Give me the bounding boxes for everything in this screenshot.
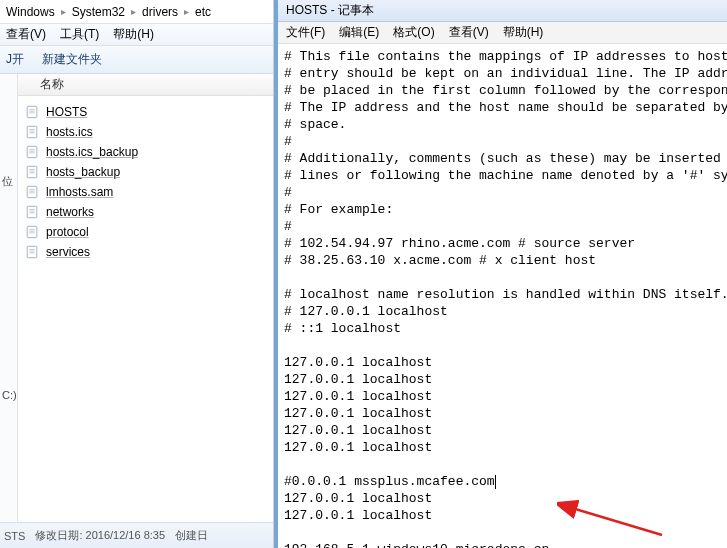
menu-view[interactable]: 查看(V) xyxy=(449,24,489,41)
text-cursor xyxy=(495,475,496,489)
file-icon xyxy=(24,144,40,160)
svg-rect-12 xyxy=(27,166,37,177)
file-row[interactable]: HOSTS xyxy=(24,102,273,122)
nav-pane-strip: 位 C:) xyxy=(0,74,18,522)
file-row[interactable]: lmhosts.sam xyxy=(24,182,273,202)
file-icon xyxy=(24,244,40,260)
file-name: lmhosts.sam xyxy=(46,185,113,199)
chevron-right-icon: ▸ xyxy=(57,6,70,17)
file-name: hosts.ics_backup xyxy=(46,145,138,159)
status-modified: 修改日期: 2016/12/16 8:35 xyxy=(35,528,165,543)
svg-rect-24 xyxy=(27,226,37,237)
file-row[interactable]: protocol xyxy=(24,222,273,242)
explorer-pane: Windows▸ System32▸ drivers▸ etc 查看(V) 工具… xyxy=(0,0,274,548)
file-name: protocol xyxy=(46,225,89,239)
status-selected: STS xyxy=(4,530,25,542)
breadcrumb[interactable]: Windows▸ System32▸ drivers▸ etc xyxy=(0,0,273,24)
file-row[interactable]: hosts.ics xyxy=(24,122,273,142)
file-icon xyxy=(24,204,40,220)
file-name: services xyxy=(46,245,90,259)
menu-edit[interactable]: 编辑(E) xyxy=(339,24,379,41)
notepad-menu: 文件(F) 编辑(E) 格式(O) 查看(V) 帮助(H) xyxy=(278,22,727,44)
file-list: HOSTShosts.icshosts.ics_backuphosts_back… xyxy=(0,96,273,268)
status-created: 创建日 xyxy=(175,528,208,543)
menu-help[interactable]: 帮助(H) xyxy=(113,26,154,43)
file-row[interactable]: services xyxy=(24,242,273,262)
column-header-name[interactable]: 名称 xyxy=(0,74,273,96)
file-icon xyxy=(24,184,40,200)
menu-help[interactable]: 帮助(H) xyxy=(503,24,544,41)
crumb-1[interactable]: System32 xyxy=(70,5,127,19)
crumb-3[interactable]: etc xyxy=(193,5,213,19)
window-title: HOSTS - 记事本 xyxy=(278,0,727,22)
svg-rect-16 xyxy=(27,186,37,197)
file-icon xyxy=(24,224,40,240)
file-icon xyxy=(24,104,40,120)
menu-file[interactable]: 文件(F) xyxy=(286,24,325,41)
file-name: hosts_backup xyxy=(46,165,120,179)
file-icon xyxy=(24,164,40,180)
chevron-right-icon: ▸ xyxy=(127,6,140,17)
svg-rect-4 xyxy=(27,126,37,137)
file-icon xyxy=(24,124,40,140)
notepad-textarea[interactable]: # This file contains the mappings of IP … xyxy=(278,44,727,548)
menu-format[interactable]: 格式(O) xyxy=(393,24,434,41)
notepad-window: HOSTS - 记事本 文件(F) 编辑(E) 格式(O) 查看(V) 帮助(H… xyxy=(274,0,727,548)
nav-label-top: 位 xyxy=(0,174,17,189)
svg-rect-0 xyxy=(27,106,37,117)
menu-tools[interactable]: 工具(T) xyxy=(60,26,99,43)
status-bar: STS 修改日期: 2016/12/16 8:35 创建日 xyxy=(0,522,273,548)
file-row[interactable]: networks xyxy=(24,202,273,222)
explorer-menu: 查看(V) 工具(T) 帮助(H) xyxy=(0,24,273,46)
open-button[interactable]: J开 xyxy=(6,51,24,68)
file-row[interactable]: hosts_backup xyxy=(24,162,273,182)
file-row[interactable]: hosts.ics_backup xyxy=(24,142,273,162)
crumb-0[interactable]: Windows xyxy=(4,5,57,19)
svg-rect-8 xyxy=(27,146,37,157)
chevron-right-icon: ▸ xyxy=(180,6,193,17)
file-name: hosts.ics xyxy=(46,125,93,139)
explorer-toolbar: J开 新建文件夹 xyxy=(0,46,273,74)
newfolder-button[interactable]: 新建文件夹 xyxy=(42,51,102,68)
file-name: HOSTS xyxy=(46,105,87,119)
menu-view[interactable]: 查看(V) xyxy=(6,26,46,43)
svg-rect-28 xyxy=(27,246,37,257)
file-name: networks xyxy=(46,205,94,219)
svg-rect-20 xyxy=(27,206,37,217)
crumb-2[interactable]: drivers xyxy=(140,5,180,19)
nav-label-bottom: C:) xyxy=(0,389,17,401)
